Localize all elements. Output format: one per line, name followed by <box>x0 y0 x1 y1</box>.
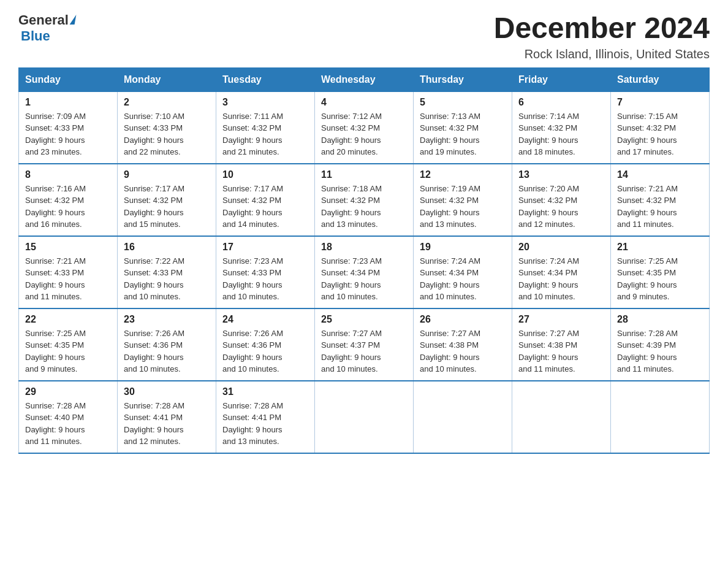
day-info: Sunrise: 7:27 AMSunset: 4:38 PMDaylight:… <box>518 329 579 374</box>
table-row: 5 Sunrise: 7:13 AMSunset: 4:32 PMDayligh… <box>414 91 512 164</box>
day-info: Sunrise: 7:10 AMSunset: 4:33 PMDaylight:… <box>124 112 184 157</box>
day-number: 10 <box>222 169 308 180</box>
day-info: Sunrise: 7:25 AMSunset: 4:35 PMDaylight:… <box>617 256 678 302</box>
day-number: 28 <box>617 314 703 325</box>
day-number: 24 <box>222 314 308 325</box>
table-row <box>512 381 611 453</box>
day-number: 8 <box>25 169 111 180</box>
table-row: 6 Sunrise: 7:14 AMSunset: 4:32 PMDayligh… <box>512 91 611 164</box>
day-info: Sunrise: 7:19 AMSunset: 4:32 PMDaylight:… <box>420 184 480 229</box>
day-number: 11 <box>321 169 407 180</box>
table-row: 17 Sunrise: 7:23 AMSunset: 4:33 PMDaylig… <box>216 236 315 308</box>
day-number: 29 <box>25 386 111 397</box>
day-info: Sunrise: 7:18 AMSunset: 4:32 PMDaylight:… <box>321 184 382 229</box>
day-info: Sunrise: 7:27 AMSunset: 4:38 PMDaylight:… <box>420 329 480 374</box>
day-number: 13 <box>518 169 604 180</box>
table-row: 4 Sunrise: 7:12 AMSunset: 4:32 PMDayligh… <box>315 91 414 164</box>
calendar-week-row: 1 Sunrise: 7:09 AMSunset: 4:33 PMDayligh… <box>19 91 710 164</box>
table-row <box>315 381 414 453</box>
table-row <box>611 381 710 453</box>
day-number: 3 <box>222 97 308 108</box>
day-number: 2 <box>124 97 210 108</box>
day-number: 31 <box>222 386 308 397</box>
calendar-week-row: 15 Sunrise: 7:21 AMSunset: 4:33 PMDaylig… <box>19 236 710 308</box>
col-sunday: Sunday <box>19 67 118 91</box>
col-saturday: Saturday <box>611 67 710 91</box>
table-row: 30 Sunrise: 7:28 AMSunset: 4:41 PMDaylig… <box>118 381 216 453</box>
day-number: 30 <box>124 386 210 397</box>
logo-arrow-icon <box>70 15 77 25</box>
day-number: 25 <box>321 314 407 325</box>
day-number: 6 <box>518 97 604 108</box>
day-number: 4 <box>321 97 407 108</box>
table-row <box>414 381 512 453</box>
day-info: Sunrise: 7:16 AMSunset: 4:32 PMDaylight:… <box>25 184 86 229</box>
day-info: Sunrise: 7:24 AMSunset: 4:34 PMDaylight:… <box>518 256 579 302</box>
day-number: 19 <box>420 242 506 253</box>
day-info: Sunrise: 7:21 AMSunset: 4:33 PMDaylight:… <box>25 256 86 302</box>
day-info: Sunrise: 7:14 AMSunset: 4:32 PMDaylight:… <box>518 112 579 157</box>
day-info: Sunrise: 7:26 AMSunset: 4:36 PMDaylight:… <box>222 329 283 374</box>
day-info: Sunrise: 7:20 AMSunset: 4:32 PMDaylight:… <box>518 184 579 229</box>
day-info: Sunrise: 7:23 AMSunset: 4:33 PMDaylight:… <box>222 256 283 302</box>
table-row: 19 Sunrise: 7:24 AMSunset: 4:34 PMDaylig… <box>414 236 512 308</box>
calendar-week-row: 8 Sunrise: 7:16 AMSunset: 4:32 PMDayligh… <box>19 164 710 236</box>
table-row: 11 Sunrise: 7:18 AMSunset: 4:32 PMDaylig… <box>315 164 414 236</box>
table-row: 1 Sunrise: 7:09 AMSunset: 4:33 PMDayligh… <box>19 91 118 164</box>
table-row: 31 Sunrise: 7:28 AMSunset: 4:41 PMDaylig… <box>216 381 315 453</box>
table-row: 7 Sunrise: 7:15 AMSunset: 4:32 PMDayligh… <box>611 91 710 164</box>
calendar-week-row: 29 Sunrise: 7:28 AMSunset: 4:40 PMDaylig… <box>19 381 710 453</box>
table-row: 25 Sunrise: 7:27 AMSunset: 4:37 PMDaylig… <box>315 308 414 381</box>
table-row: 27 Sunrise: 7:27 AMSunset: 4:38 PMDaylig… <box>512 308 611 381</box>
title-block: December 2024 Rock Island, Illinois, Uni… <box>494 12 710 61</box>
col-tuesday: Tuesday <box>216 67 315 91</box>
day-info: Sunrise: 7:21 AMSunset: 4:32 PMDaylight:… <box>617 184 678 229</box>
day-info: Sunrise: 7:09 AMSunset: 4:33 PMDaylight:… <box>25 112 86 157</box>
table-row: 18 Sunrise: 7:23 AMSunset: 4:34 PMDaylig… <box>315 236 414 308</box>
table-row: 3 Sunrise: 7:11 AMSunset: 4:32 PMDayligh… <box>216 91 315 164</box>
day-number: 12 <box>420 169 506 180</box>
day-number: 26 <box>420 314 506 325</box>
day-info: Sunrise: 7:24 AMSunset: 4:34 PMDaylight:… <box>420 256 480 302</box>
day-info: Sunrise: 7:11 AMSunset: 4:32 PMDaylight:… <box>222 112 283 157</box>
calendar-week-row: 22 Sunrise: 7:25 AMSunset: 4:35 PMDaylig… <box>19 308 710 381</box>
day-number: 20 <box>518 242 604 253</box>
calendar-subtitle: Rock Island, Illinois, United States <box>494 47 710 61</box>
day-info: Sunrise: 7:22 AMSunset: 4:33 PMDaylight:… <box>124 256 184 302</box>
day-info: Sunrise: 7:26 AMSunset: 4:36 PMDaylight:… <box>124 329 184 374</box>
day-number: 5 <box>420 97 506 108</box>
page-header: General Blue December 2024 Rock Island, … <box>18 12 710 61</box>
table-row: 2 Sunrise: 7:10 AMSunset: 4:33 PMDayligh… <box>118 91 216 164</box>
table-row: 26 Sunrise: 7:27 AMSunset: 4:38 PMDaylig… <box>414 308 512 381</box>
table-row: 16 Sunrise: 7:22 AMSunset: 4:33 PMDaylig… <box>118 236 216 308</box>
day-number: 17 <box>222 242 308 253</box>
day-info: Sunrise: 7:28 AMSunset: 4:40 PMDaylight:… <box>25 401 86 446</box>
day-number: 21 <box>617 242 703 253</box>
logo-blue-text: Blue <box>21 28 50 44</box>
day-number: 7 <box>617 97 703 108</box>
table-row: 15 Sunrise: 7:21 AMSunset: 4:33 PMDaylig… <box>19 236 118 308</box>
table-row: 8 Sunrise: 7:16 AMSunset: 4:32 PMDayligh… <box>19 164 118 236</box>
calendar-title: December 2024 <box>494 12 710 45</box>
day-info: Sunrise: 7:17 AMSunset: 4:32 PMDaylight:… <box>222 184 283 229</box>
calendar-table: Sunday Monday Tuesday Wednesday Thursday… <box>18 67 710 454</box>
day-info: Sunrise: 7:13 AMSunset: 4:32 PMDaylight:… <box>420 112 480 157</box>
logo: General Blue <box>18 12 75 44</box>
day-number: 27 <box>518 314 604 325</box>
table-row: 10 Sunrise: 7:17 AMSunset: 4:32 PMDaylig… <box>216 164 315 236</box>
table-row: 23 Sunrise: 7:26 AMSunset: 4:36 PMDaylig… <box>118 308 216 381</box>
day-info: Sunrise: 7:25 AMSunset: 4:35 PMDaylight:… <box>25 329 86 374</box>
day-number: 16 <box>124 242 210 253</box>
day-info: Sunrise: 7:27 AMSunset: 4:37 PMDaylight:… <box>321 329 382 374</box>
day-number: 15 <box>25 242 111 253</box>
table-row: 9 Sunrise: 7:17 AMSunset: 4:32 PMDayligh… <box>118 164 216 236</box>
col-monday: Monday <box>118 67 216 91</box>
day-info: Sunrise: 7:23 AMSunset: 4:34 PMDaylight:… <box>321 256 382 302</box>
table-row: 21 Sunrise: 7:25 AMSunset: 4:35 PMDaylig… <box>611 236 710 308</box>
table-row: 22 Sunrise: 7:25 AMSunset: 4:35 PMDaylig… <box>19 308 118 381</box>
day-number: 23 <box>124 314 210 325</box>
day-info: Sunrise: 7:28 AMSunset: 4:39 PMDaylight:… <box>617 329 678 374</box>
day-number: 9 <box>124 169 210 180</box>
day-info: Sunrise: 7:12 AMSunset: 4:32 PMDaylight:… <box>321 112 382 157</box>
col-friday: Friday <box>512 67 611 91</box>
